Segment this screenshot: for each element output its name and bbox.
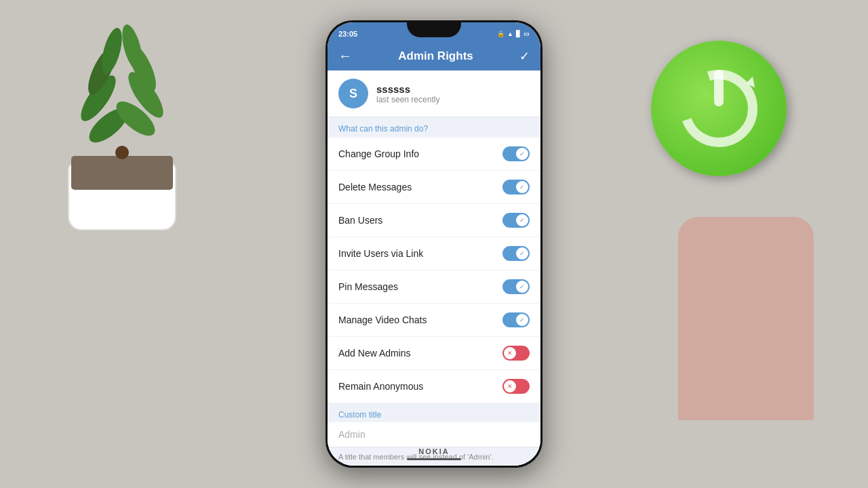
status-time: 23:05 — [338, 30, 357, 38]
permission-item: Invite Users via Link✓ — [328, 237, 540, 270]
permission-label: Change Group Info — [338, 148, 419, 159]
permission-toggle[interactable]: ✓ — [502, 146, 530, 161]
home-bar — [407, 458, 461, 460]
permissions-section-label: What can this admin do? — [328, 117, 540, 138]
permission-item: Delete Messages✓ — [328, 171, 540, 204]
page-title: Admin Rights — [398, 49, 473, 63]
permission-item: Add New Admins✕ — [328, 337, 540, 370]
status-icons: 🔒 ▲ ▊ ▭ — [497, 30, 530, 37]
permission-label: Remain Anonymous — [338, 381, 423, 392]
permission-label: Delete Messages — [338, 182, 412, 192]
permission-item: Pin Messages✓ — [328, 270, 540, 304]
custom-title-section: Custom title Admin A title that members … — [328, 403, 540, 466]
permission-toggle[interactable]: ✓ — [502, 279, 530, 294]
app-header: ← Admin Rights ✓ — [328, 41, 540, 70]
permissions-list: Change Group Info✓Delete Messages✓Ban Us… — [328, 138, 540, 403]
wifi-icon: ▲ — [507, 30, 513, 37]
user-info: ssssss last seen recently — [376, 83, 439, 104]
permission-label: Ban Users — [338, 215, 382, 226]
permission-toggle[interactable]: ✓ — [502, 180, 530, 195]
hand-decoration — [678, 217, 814, 420]
screen: 23:05 🔒 ▲ ▊ ▭ ← Admin Rights ✓ — [328, 22, 540, 466]
signal-icon: ▊ — [516, 30, 521, 37]
user-status: last seen recently — [376, 95, 439, 104]
permission-label: Pin Messages — [338, 281, 398, 292]
green-power-icon — [651, 41, 787, 176]
svg-point-0 — [115, 146, 129, 159]
permission-toggle[interactable]: ✕ — [502, 346, 530, 361]
permission-item: Change Group Info✓ — [328, 138, 540, 171]
permission-toggle[interactable]: ✕ — [502, 379, 530, 394]
user-card: S ssssss last seen recently — [328, 70, 540, 117]
confirm-button[interactable]: ✓ — [519, 49, 530, 64]
back-button[interactable]: ← — [338, 48, 352, 64]
battery-icon: ▭ — [524, 30, 530, 37]
lock-icon: 🔒 — [497, 30, 505, 37]
permission-toggle[interactable]: ✓ — [502, 246, 530, 261]
permission-label: Invite Users via Link — [338, 248, 423, 259]
notch — [407, 22, 461, 37]
phone: 23:05 🔒 ▲ ▊ ▭ ← Admin Rights ✓ — [326, 20, 542, 468]
permission-toggle[interactable]: ✓ — [502, 312, 530, 327]
plant-decoration — [27, 27, 217, 230]
permission-label: Manage Video Chats — [338, 314, 427, 325]
user-name: ssssss — [376, 83, 439, 95]
permission-item: Manage Video Chats✓ — [328, 304, 540, 337]
permission-item: Ban Users✓ — [328, 204, 540, 237]
custom-title-input[interactable]: Admin — [328, 422, 540, 447]
avatar: S — [338, 79, 368, 108]
permission-toggle[interactable]: ✓ — [502, 213, 530, 228]
permission-item: Remain Anonymous✕ — [328, 370, 540, 403]
permission-label: Add New Admins — [338, 348, 411, 359]
nokia-brand: NOKIA — [418, 447, 449, 455]
main-content: S ssssss last seen recently What can thi… — [328, 70, 540, 466]
custom-title-label: Custom title — [328, 403, 540, 422]
